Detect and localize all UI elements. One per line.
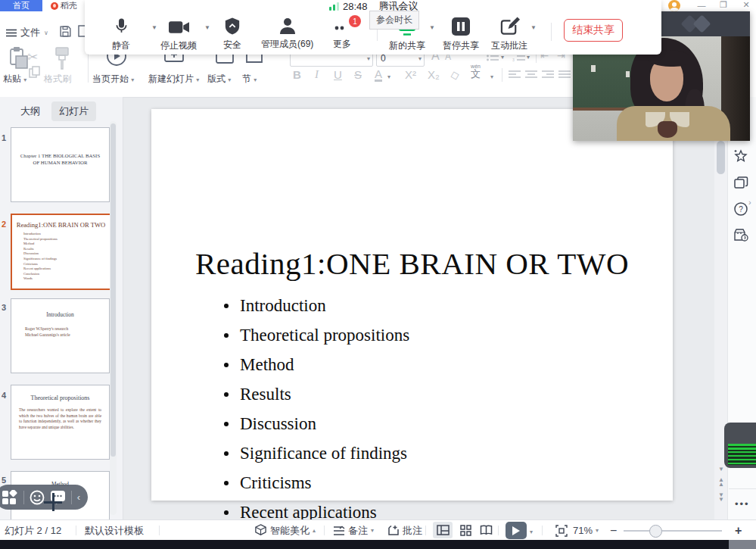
font-color-button[interactable]: A <box>375 68 382 82</box>
mute-dropdown[interactable]: ▼ <box>151 24 157 31</box>
clear-format-icon[interactable]: ◇ <box>449 67 461 83</box>
format-painter-icon[interactable] <box>53 47 71 70</box>
next-slide-button[interactable]: ▼▼ <box>716 493 726 502</box>
italic-button[interactable]: I <box>315 68 319 81</box>
close-button[interactable]: ✕ <box>739 0 753 10</box>
slide-panel: 大纲 幻灯片 1 Chapter 1 THE BIOLOGICAL BASIS … <box>0 97 123 519</box>
align-right-button[interactable] <box>542 70 554 80</box>
meeting-status: 28:48 腾讯会议 <box>329 1 418 11</box>
share-dropdown[interactable]: ▼ <box>429 24 435 31</box>
stop-video-button[interactable]: 停止视频 <box>160 17 197 52</box>
statusbar: 幻灯片 2 / 12 默认设计模板 智能美化▴ 备注▾ 批注 <box>0 519 756 541</box>
play-from-current-button[interactable]: 当页开始 ▾ <box>92 73 134 86</box>
tab-home[interactable]: 首页 <box>0 0 42 11</box>
copy-icon[interactable] <box>29 66 40 78</box>
smart-beautify-button[interactable]: 智能美化▴ <box>254 520 316 541</box>
cut-icon[interactable]: ✂ <box>27 49 38 65</box>
tab-outline[interactable]: 大纲 <box>20 104 40 118</box>
account-avatar[interactable] <box>668 0 680 11</box>
reading-view-button[interactable] <box>476 522 496 538</box>
slide-bullet: Criticisms <box>224 473 409 493</box>
manage-members-button[interactable]: 管理成员(69) <box>261 17 313 51</box>
emoji-reaction-icon[interactable] <box>30 490 45 505</box>
minimize-button[interactable]: — <box>695 0 708 10</box>
underline-button[interactable]: U <box>334 68 342 81</box>
main-scrollbar-thumb[interactable] <box>717 141 725 174</box>
end-share-button[interactable]: 结束共享 <box>564 19 623 42</box>
slide-bullet: Method <box>224 355 409 375</box>
align-left-button[interactable] <box>509 70 521 80</box>
smart-features-icon[interactable] <box>733 148 748 164</box>
bold-button[interactable]: B <box>293 68 301 81</box>
pause-share-button[interactable]: 暂停共享 <box>443 17 479 52</box>
more-dots-icon <box>334 17 350 35</box>
new-slide-button[interactable]: 新建幻灯片 ▾ <box>148 73 199 86</box>
pause-icon <box>451 17 471 36</box>
more-badge: 1 <box>349 15 361 27</box>
zoom-slider-knob[interactable] <box>649 525 662 538</box>
beautify-box-icon <box>254 524 267 537</box>
align-center-button[interactable] <box>525 70 537 80</box>
format-painter-button[interactable]: 格式刷 <box>44 73 71 86</box>
layout-button[interactable]: 版式 ▾ <box>207 73 231 86</box>
panel-collapse-icon[interactable]: › <box>748 198 751 207</box>
notes-icon <box>333 526 345 536</box>
previous-slide-button[interactable]: ▲▲ <box>716 478 726 487</box>
justify-button[interactable] <box>558 70 571 80</box>
tab-docer[interactable]: 稻壳 <box>43 0 86 11</box>
mute-button[interactable]: 静音 <box>112 17 130 52</box>
fit-to-window-icon[interactable] <box>555 525 568 537</box>
signal-icon <box>329 2 339 11</box>
slide-bullet: Introduction <box>224 296 409 316</box>
video-dropdown[interactable]: ▼ <box>204 24 210 31</box>
section-button[interactable]: 节 ▾ <box>242 73 257 86</box>
comments-button[interactable]: 批注 <box>387 520 422 541</box>
slideshow-play-button[interactable] <box>506 522 527 539</box>
zoom-slider[interactable] <box>624 530 722 532</box>
normal-view-button[interactable] <box>433 522 453 538</box>
restore-button[interactable]: ❐ <box>717 0 730 10</box>
zoom-in-button[interactable]: + <box>735 520 742 541</box>
slide-bullet: Theoretical propositions <box>224 326 409 345</box>
strikethrough-button[interactable]: S <box>354 68 362 81</box>
apps-grid-icon[interactable] <box>2 490 18 505</box>
slide-bullet: Discussion <box>224 414 409 434</box>
duration-tooltip: 参会时长 <box>369 11 419 30</box>
sidebar-scrollbar-thumb[interactable] <box>110 123 116 457</box>
thumbnail-number: 4 <box>2 391 9 400</box>
superscript-button[interactable]: X² <box>405 68 416 81</box>
windows-icon[interactable] <box>733 176 748 191</box>
scroll-down-icon[interactable]: ▼ <box>716 467 726 472</box>
slide-thumbnail-4[interactable]: Theoretical propositions The researchers… <box>11 385 110 460</box>
meeting-logo-icon <box>692 14 711 33</box>
zoom-level[interactable]: 71%▾ <box>573 520 599 541</box>
subscript-button[interactable]: X₂ <box>428 68 440 81</box>
slide-thumbnail-3[interactable]: Introduction Roger W.Sperry's research M… <box>11 298 110 373</box>
zoom-out-button[interactable]: − <box>610 520 617 541</box>
slide-thumbnail-2-selected[interactable]: Reading1:ONE BRAIN OR TWO IntroductionTh… <box>11 214 111 290</box>
mic-icon <box>114 17 129 36</box>
slide-canvas[interactable]: Reading1:ONE BRAIN OR TWO Introduction T… <box>151 109 673 501</box>
template-name[interactable]: 默认设计模板 <box>85 520 144 541</box>
phonetic-guide-button[interactable]: wén 文 <box>471 64 481 79</box>
docer-store-icon[interactable] <box>733 227 748 242</box>
annotate-dropdown[interactable]: ▼ <box>530 24 537 31</box>
slide-sorter-view-button[interactable] <box>456 522 475 538</box>
collapse-pill-icon[interactable]: ‹ <box>77 491 80 503</box>
security-button[interactable]: 安全 <box>223 17 241 51</box>
tab-slides[interactable]: 幻灯片 <box>51 101 96 121</box>
notes-button[interactable]: 备注▾ <box>333 520 374 541</box>
chevron-down-icon: ∨ <box>44 30 48 36</box>
thumbnail-number: 5 <box>2 476 9 485</box>
slideshow-dropdown[interactable]: ▾ <box>530 529 533 535</box>
file-menu[interactable]: 文件 ∨ <box>6 26 48 39</box>
thumbnail-number: 1 <box>2 133 9 142</box>
slide-thumbnail-1[interactable]: Chapter 1 THE BIOLOGICAL BASIS OF HUMAN … <box>11 127 110 202</box>
annotate-button[interactable]: 互动批注 <box>491 17 527 52</box>
paste-button[interactable]: 粘贴 ▾ <box>3 73 26 86</box>
help-icon[interactable]: ? <box>733 201 748 217</box>
taskbar-item[interactable] <box>729 540 756 549</box>
save-icon[interactable] <box>59 25 72 38</box>
paste-icon[interactable] <box>9 47 29 70</box>
more-options-icon[interactable]: ••• <box>735 498 750 510</box>
